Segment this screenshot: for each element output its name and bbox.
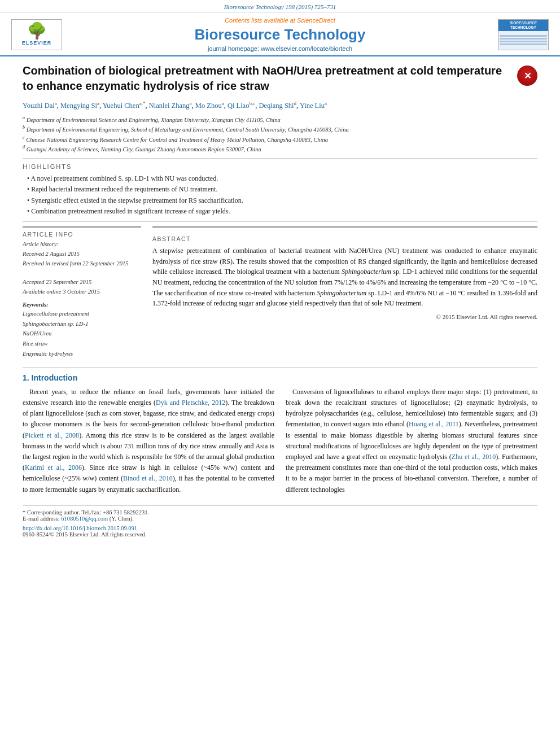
section-1-heading: 1. Introduction <box>23 373 537 382</box>
homepage-label: journal homepage: <box>208 45 259 52</box>
article-info-col: ARTICLE INFO Article history: Received 2… <box>23 226 141 359</box>
ref-dyk-2012[interactable]: Dyk and Pletschke, 2012 <box>156 399 225 407</box>
authors-line: Youzhi Daia, Mengying Sia, Yuehui Chena,… <box>23 99 537 111</box>
journal-center: Contents lists available at ScienceDirec… <box>62 17 498 52</box>
logo-line-2 <box>500 38 547 40</box>
page-wrapper: Bioresource Technology 198 (2015) 725–73… <box>0 0 560 549</box>
author-qi-liao[interactable]: Qi Liao <box>228 102 250 110</box>
article-info-box: ARTICLE INFO Article history: Received 2… <box>23 226 141 359</box>
intro-two-col: Recent years, to reduce the reliance on … <box>23 387 537 500</box>
intro-col-left: Recent years, to reduce the reliance on … <box>23 387 274 500</box>
doi-link[interactable]: http://dx.doi.org/10.1016/j.biortech.201… <box>23 525 137 531</box>
ref-zhu-2010[interactable]: Zhu et al., 2010 <box>452 453 496 461</box>
highlight-item-2: Rapid bacterial treatment reduced the re… <box>27 184 537 195</box>
logo-bottom <box>498 31 548 49</box>
available-online-date: Available online 3 October 2015 <box>23 289 100 295</box>
logo-line-4 <box>500 43 547 45</box>
elsevier-box: 🌳 ELSEVIER <box>11 19 62 50</box>
homepage-url[interactable]: www.elsevier.com/locate/biortech <box>261 45 352 52</box>
logo-line-3 <box>500 41 547 42</box>
intro-p2: Conversion of lignocelluloses to ethanol… <box>286 387 537 495</box>
keywords-label: Keywords: <box>23 302 141 308</box>
author-yine-liu[interactable]: Yine Liu <box>300 102 325 110</box>
contents-text: Contents lists available at <box>225 17 295 24</box>
issn-text: 0960-8524/© 2015 Elsevier Ltd. All right… <box>23 531 537 538</box>
elsevier-tree-icon: 🌳 <box>27 23 47 39</box>
highlight-item-3: Synergistic effect existed in the stepwi… <box>27 195 537 206</box>
journal-citation: Bioresource Technology 198 (2015) 725–73… <box>224 3 336 10</box>
article-history: Article history: Received 2 August 2015 … <box>23 240 141 297</box>
article-title-row: Combination of biological pretreatment w… <box>23 63 537 94</box>
divider-highlights-top <box>23 158 537 159</box>
ref-huang-2011[interactable]: Huang et al., 2011 <box>409 420 459 428</box>
intro-col-right: Conversion of lignocelluloses to ethanol… <box>286 387 537 500</box>
footnote-section: * Corresponding author. Tel./fax: +86 73… <box>23 505 537 538</box>
abstract-col: ABSTRACT A stepwise pretreatment of comb… <box>152 226 537 359</box>
received-date: Received 2 August 2015 <box>23 251 80 257</box>
keywords-section: Keywords: Lignocellulose pretreatment Sp… <box>23 302 141 359</box>
email-link[interactable]: 61080510@qq.com <box>61 516 108 522</box>
article-body: Combination of biological pretreatment w… <box>0 56 560 549</box>
divider-highlights-bottom <box>23 221 537 222</box>
crossmark-icon[interactable] <box>517 65 537 86</box>
logo-top-text: BIORESOURCETECHNOLOGY <box>498 20 548 32</box>
abstract-paragraph: A stepwise pretreatment of combination o… <box>152 246 537 309</box>
highlights-label: HIGHLIGHTS <box>23 163 537 170</box>
article-history-label: Article history: <box>23 241 59 247</box>
science-direct-name[interactable]: ScienceDirect <box>297 17 335 24</box>
article-info-label: ARTICLE INFO <box>23 231 141 238</box>
author-yuehui-chen[interactable]: Yuehui Chen <box>103 102 139 110</box>
keywords-list: Lignocellulose pretreatment Sphingobacte… <box>23 309 141 359</box>
elsevier-logo: 🌳 ELSEVIER <box>11 19 62 50</box>
science-direct-link: Contents lists available at ScienceDirec… <box>62 17 498 24</box>
affiliations: a Department of Environmental Science an… <box>23 115 537 154</box>
doi-section: http://dx.doi.org/10.1016/j.biortech.201… <box>23 525 537 531</box>
highlight-item-1: A novel pretreatment combined S. sp. LD-… <box>27 173 537 184</box>
article-info-abstract-row: ARTICLE INFO Article history: Received 2… <box>23 226 537 359</box>
footnote-email: E-mail address: 61080510@qq.com (Y. Chen… <box>23 516 537 522</box>
journal-homepage: journal homepage: www.elsevier.com/locat… <box>62 45 498 52</box>
header-area: 🌳 ELSEVIER Contents lists available at S… <box>0 12 560 56</box>
journal-title: Bioresource Technology <box>62 26 498 43</box>
journal-top-bar: Bioresource Technology 198 (2015) 725–73… <box>0 0 560 12</box>
author-mo-zhou[interactable]: Mo Zhou <box>195 102 222 110</box>
highlight-item-4: Combination pretreatment resulted in sig… <box>27 206 537 217</box>
intro-p1: Recent years, to reduce the reliance on … <box>23 387 274 495</box>
article-title: Combination of biological pretreatment w… <box>23 63 510 94</box>
ref-karimi-2006[interactable]: Karimi et al., 2006 <box>25 464 82 471</box>
accepted-date: Accepted 23 September 2015 <box>23 279 91 285</box>
intro-section: 1. Introduction Recent years, to reduce … <box>23 367 537 500</box>
elsevier-text: ELSEVIER <box>22 40 52 46</box>
abstract-label: ABSTRACT <box>152 234 537 243</box>
received-revised-date: Received in revised form 22 September 20… <box>23 260 128 267</box>
author-mengying-si[interactable]: Mengying Si <box>60 102 97 110</box>
crossmark-badge[interactable] <box>517 65 537 86</box>
journal-right-logo: BIORESOURCETECHNOLOGY <box>498 19 549 50</box>
abstract-copyright: © 2015 Elsevier Ltd. All rights reserved… <box>152 312 537 322</box>
ref-pickett-2008[interactable]: Pickett et al., 2008 <box>25 431 79 439</box>
author-youzhi-dai[interactable]: Youzhi Dai <box>23 102 55 110</box>
author-deqiang-shi[interactable]: Deqiang Shi <box>259 102 294 110</box>
logo-line-1 <box>500 35 547 37</box>
highlights-list: A novel pretreatment combined S. sp. LD-… <box>23 173 537 217</box>
abstract-text: ABSTRACT A stepwise pretreatment of comb… <box>152 226 537 322</box>
ref-binod-2010[interactable]: Binod et al., 2010 <box>123 474 173 482</box>
author-nianlei-zhang[interactable]: Nianlei Zhang <box>149 102 190 110</box>
footnote-corresponding: * Corresponding author. Tel./fax: +86 73… <box>23 509 537 516</box>
